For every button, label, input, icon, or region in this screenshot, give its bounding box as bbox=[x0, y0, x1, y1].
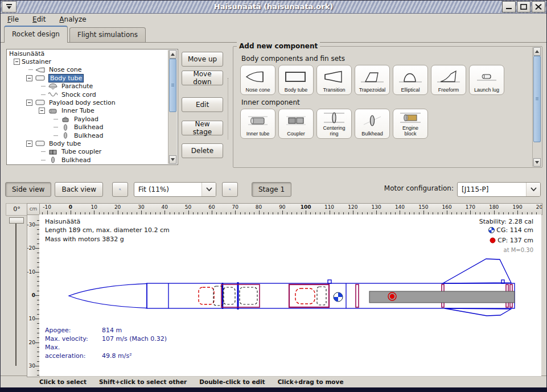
add-trapezoidal-button[interactable]: Trapezoidal bbox=[355, 65, 390, 95]
delete-button[interactable]: Delete bbox=[182, 143, 223, 158]
component-button-label: Centering ring bbox=[320, 126, 348, 137]
tree-item-label: Parachute bbox=[61, 82, 93, 90]
cg-marker bbox=[334, 292, 343, 302]
tree-item-payload-body-section[interactable]: Payload body section bbox=[7, 98, 168, 106]
menu-edit[interactable]: Edit bbox=[32, 15, 46, 23]
add-transition-button[interactable]: Transition bbox=[316, 65, 352, 95]
scrollbar-thumb[interactable] bbox=[169, 59, 176, 112]
side-view-button[interactable]: Side view bbox=[5, 182, 51, 197]
maximize-icon bbox=[520, 4, 527, 10]
tree-item-shock-cord[interactable]: Shock cord bbox=[7, 90, 168, 98]
move-up-button[interactable]: Move up bbox=[182, 52, 223, 67]
add-elliptical-button[interactable]: Elliptical bbox=[393, 65, 428, 95]
tree-item-label: Bulkhead bbox=[74, 123, 103, 131]
bulkhead-icon bbox=[59, 124, 72, 131]
maximize-button[interactable] bbox=[517, 1, 530, 13]
rotation-slider-thumb[interactable] bbox=[9, 217, 24, 224]
motor-configuration-select[interactable]: [J115-P] bbox=[457, 182, 541, 197]
tree-item-bulkhead[interactable]: Bulkhead bbox=[7, 131, 168, 139]
tree-item-bulkhead[interactable]: Bulkhead bbox=[7, 156, 168, 164]
add-engine-block-button[interactable]: Engine block bbox=[393, 109, 428, 139]
tree-item-body-tube[interactable]: Body tube bbox=[7, 139, 168, 147]
ruler-label: 140 bbox=[395, 204, 405, 210]
rotation-slider[interactable] bbox=[15, 219, 17, 366]
component-button-label: Elliptical bbox=[401, 88, 419, 93]
expander-icon[interactable] bbox=[26, 75, 32, 81]
tree-item-haisunäätä[interactable]: Haisunäätä bbox=[7, 49, 168, 57]
ruler-label: 60 bbox=[208, 204, 215, 210]
tree-item-parachute[interactable]: Parachute bbox=[7, 82, 168, 90]
group-title: Add new component bbox=[237, 42, 320, 50]
tree-item-nose-cone[interactable]: Nose cone bbox=[7, 66, 168, 74]
scroll-up-icon[interactable] bbox=[533, 47, 541, 56]
ruler-tick bbox=[259, 211, 260, 214]
rocket-name: Haisunäätä bbox=[45, 217, 170, 226]
expander-icon[interactable] bbox=[26, 141, 32, 147]
launch-lug-icon bbox=[474, 66, 500, 88]
tree-item-sustainer[interactable]: Sustainer bbox=[7, 57, 168, 65]
centering-ring-icon bbox=[321, 110, 347, 126]
rocket-canvas[interactable]: Haisunäätä Length 189 cm, max. diameter … bbox=[39, 214, 541, 377]
ruler-label: 30 bbox=[29, 363, 35, 369]
scroll-down-icon[interactable] bbox=[533, 158, 541, 167]
rocket-mass: Mass with motors 3832 g bbox=[45, 235, 170, 244]
zoom-out-button[interactable] bbox=[112, 182, 128, 197]
zoom-in-button[interactable] bbox=[222, 182, 238, 197]
menu-file[interactable]: File bbox=[7, 15, 19, 23]
tree-item-tube-coupler[interactable]: Tube coupler bbox=[7, 148, 168, 156]
ruler-tick bbox=[71, 211, 71, 214]
mach-condition: at M=0.30 bbox=[479, 246, 533, 255]
cp-icon bbox=[490, 237, 496, 246]
section-label: Body components and fin sets bbox=[241, 55, 530, 63]
close-button[interactable] bbox=[532, 1, 545, 13]
add-coupler-button[interactable]: Coupler bbox=[278, 109, 314, 139]
window-menu-button[interactable] bbox=[2, 1, 17, 13]
component-button-label: Coupler bbox=[287, 131, 305, 137]
ruler-label: -30 bbox=[27, 222, 35, 228]
add-launch-lug-button[interactable]: Launch lug bbox=[469, 65, 504, 95]
add-nose-cone-button[interactable]: Nose cone bbox=[240, 65, 275, 95]
ruler-label: 50 bbox=[185, 204, 191, 210]
scrollbar-thumb[interactable] bbox=[533, 56, 541, 142]
payload-section bbox=[221, 284, 260, 307]
body-tube-icon bbox=[34, 140, 47, 147]
tree-item-payload[interactable]: Payload bbox=[7, 115, 168, 123]
minimize-icon bbox=[505, 4, 512, 10]
tree-scrollbar[interactable] bbox=[168, 50, 177, 164]
scroll-down-icon[interactable] bbox=[169, 155, 176, 164]
tree-item-label: Payload bbox=[74, 115, 98, 123]
ruler-tick bbox=[306, 211, 306, 214]
back-view-button[interactable]: Back view bbox=[55, 182, 103, 197]
minimize-button[interactable] bbox=[502, 1, 516, 13]
tree-line bbox=[41, 160, 46, 160]
ruler-tick bbox=[35, 272, 39, 273]
tree-item-bulkhead[interactable]: Bulkhead bbox=[7, 123, 168, 131]
expander-icon[interactable] bbox=[39, 108, 45, 114]
scroll-up-icon[interactable] bbox=[169, 50, 176, 59]
expander-icon[interactable] bbox=[26, 100, 32, 106]
tab-flight-simulations[interactable]: Flight simulations bbox=[69, 27, 146, 42]
split-divider[interactable] bbox=[228, 78, 228, 139]
freeform-icon bbox=[435, 66, 462, 88]
nose-cone-icon bbox=[34, 67, 47, 73]
tab-rocket-design[interactable]: Rocket design bbox=[4, 26, 68, 43]
new-stage-button[interactable]: New stage bbox=[182, 121, 223, 135]
launch-lug-shape bbox=[328, 280, 331, 283]
tree-item-body-tube[interactable]: Body tube bbox=[7, 74, 168, 82]
component-scrollbar[interactable] bbox=[532, 47, 541, 167]
cg-value: CG: 114 cm bbox=[496, 226, 533, 234]
expander-icon[interactable] bbox=[14, 59, 20, 65]
move-down-button[interactable]: Move down bbox=[182, 71, 223, 85]
flight-stat-value: 107 m/s (Mach 0.32) bbox=[102, 335, 167, 343]
add-freeform-button[interactable]: Freeform bbox=[431, 65, 466, 95]
zoom-fit-select[interactable]: Fit (11%) bbox=[134, 182, 216, 197]
edit-button[interactable]: Edit bbox=[182, 97, 223, 112]
stage-toggle-button[interactable]: Stage 1 bbox=[252, 182, 291, 197]
tree-item-inner-tube[interactable]: Inner Tube bbox=[7, 107, 168, 115]
add-body-tube-button[interactable]: Body tube bbox=[278, 65, 314, 95]
add-inner-tube-button[interactable]: Inner tube bbox=[240, 109, 275, 139]
add-centering-ring-button[interactable]: Centering ring bbox=[316, 109, 352, 139]
add-bulkhead-button[interactable]: Bulkhead bbox=[355, 109, 390, 139]
ruler-tick bbox=[235, 211, 236, 214]
menu-analyze[interactable]: Analyze bbox=[59, 15, 86, 23]
